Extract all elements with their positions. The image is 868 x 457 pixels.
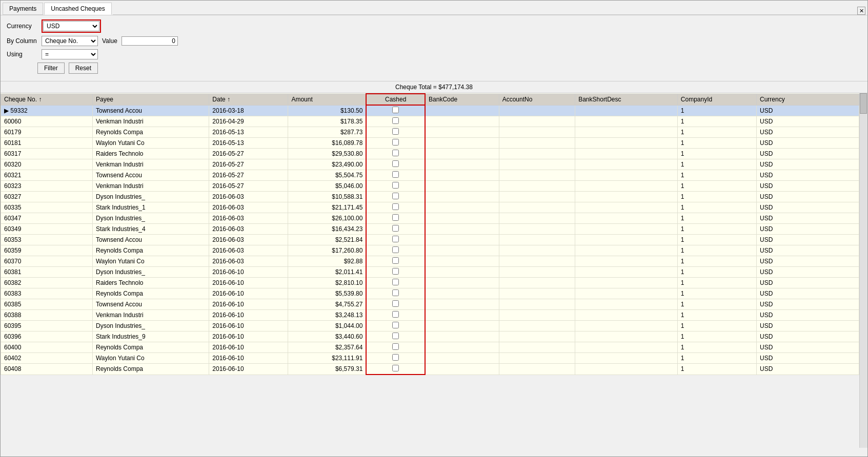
cashed-checkbox[interactable] <box>392 203 399 210</box>
table-row[interactable]: 60402Waylon Yutani Co2016-06-10$23,111.9… <box>1 353 859 364</box>
using-select[interactable]: = < > <= >= <box>42 49 98 59</box>
cashed-checkbox[interactable] <box>392 160 399 167</box>
cashed-cell[interactable] <box>366 159 425 170</box>
cashed-cell[interactable] <box>366 245 425 256</box>
col-payee[interactable]: Payee <box>92 94 209 105</box>
cashed-checkbox[interactable] <box>392 289 399 296</box>
value-input[interactable] <box>122 36 178 46</box>
cashed-checkbox[interactable] <box>392 343 399 350</box>
col-cheque-no[interactable]: Cheque No. ↑ <box>1 94 93 105</box>
cashed-cell[interactable] <box>366 321 425 331</box>
table-row[interactable]: 60347Dyson Industries_2016-06-03$26,100.… <box>1 213 859 224</box>
cashed-checkbox[interactable] <box>392 333 399 339</box>
cashed-checkbox[interactable] <box>392 139 399 146</box>
cashed-checkbox[interactable] <box>392 268 399 275</box>
table-cell: $16,089.78 <box>288 138 366 149</box>
cashed-cell[interactable] <box>366 224 425 235</box>
cashed-cell[interactable] <box>366 278 425 288</box>
col-bankcode[interactable]: BankCode <box>425 94 499 105</box>
cashed-checkbox[interactable] <box>392 354 399 361</box>
table-row[interactable]: 60353Townsend Accou2016-06-03$2,521.841U… <box>1 235 859 245</box>
scrollbar[interactable] <box>859 93 867 448</box>
table-row[interactable]: 60320Venkman Industri2016-05-27$23,490.0… <box>1 159 859 170</box>
cashed-checkbox[interactable] <box>392 279 399 285</box>
table-row[interactable]: 60349Stark Industries_42016-06-03$16,434… <box>1 224 859 235</box>
table-row[interactable]: 60359Reynolds Compa2016-06-03$17,260.801… <box>1 245 859 256</box>
col-cashed[interactable]: Cashed <box>366 94 425 105</box>
cashed-checkbox[interactable] <box>392 193 399 199</box>
col-amount[interactable]: Amount <box>288 94 366 105</box>
cashed-cell[interactable] <box>366 116 425 127</box>
table-row[interactable]: 60382Raiders Technolo2016-06-10$2,810.10… <box>1 278 859 288</box>
col-companyid[interactable]: CompanyId <box>677 94 756 105</box>
cashed-checkbox[interactable] <box>392 257 399 264</box>
table-row[interactable]: 60179Reynolds Compa2016-05-13$287.731USD <box>1 127 859 138</box>
table-row[interactable]: 60317Raiders Technolo2016-05-27$29,530.8… <box>1 149 859 159</box>
cashed-checkbox[interactable] <box>392 311 399 318</box>
table-row[interactable]: 60381Dyson Industries_2016-06-10$2,011.4… <box>1 267 859 278</box>
cashed-cell[interactable] <box>366 235 425 245</box>
filter-button[interactable]: Filter <box>37 63 65 74</box>
cashed-checkbox[interactable] <box>392 107 399 113</box>
table-cell: Raiders Technolo <box>92 149 209 159</box>
cashed-checkbox[interactable] <box>392 128 399 135</box>
cashed-cell[interactable] <box>366 299 425 310</box>
table-row[interactable]: 60370Waylon Yutani Co2016-06-03$92.881US… <box>1 256 859 267</box>
tab-uncashed-cheques[interactable]: Uncashed Cheques <box>44 3 111 15</box>
table-row[interactable]: 60395Dyson Industries_2016-06-10$1,044.0… <box>1 321 859 331</box>
table-row[interactable]: 60335Stark Industries_12016-06-03$21,171… <box>1 202 859 213</box>
cashed-cell[interactable] <box>366 192 425 202</box>
cashed-checkbox[interactable] <box>392 150 399 156</box>
cashed-checkbox[interactable] <box>392 117 399 124</box>
cashed-cell[interactable] <box>366 342 425 353</box>
currency-select[interactable]: USD <box>43 21 99 31</box>
cashed-cell[interactable] <box>366 170 425 181</box>
table-row[interactable]: 60400Reynolds Compa2016-06-10$2,357.641U… <box>1 342 859 353</box>
cashed-checkbox[interactable] <box>392 214 399 221</box>
cashed-cell[interactable] <box>366 364 425 375</box>
table-row[interactable]: 60321Townsend Accou2016-05-27$5,504.751U… <box>1 170 859 181</box>
table-row[interactable]: 60327Dyson Industries_2016-06-03$10,588.… <box>1 192 859 202</box>
cashed-checkbox[interactable] <box>392 300 399 307</box>
cashed-cell[interactable] <box>366 310 425 321</box>
table-row[interactable]: 60060Venkman Industri2016-04-29$178.351U… <box>1 116 859 127</box>
col-currency[interactable]: Currency <box>757 94 859 105</box>
table-row[interactable]: 60396Stark Industries_92016-06-10$3,440.… <box>1 331 859 342</box>
by-column-select[interactable]: Cheque No. Payee Date Amount <box>42 36 98 46</box>
cashed-checkbox[interactable] <box>392 365 399 371</box>
table-row[interactable]: 60385Townsend Accou2016-06-10$4,755.271U… <box>1 299 859 310</box>
table-cell: 1 <box>677 127 756 138</box>
cashed-cell[interactable] <box>366 256 425 267</box>
cashed-checkbox[interactable] <box>392 225 399 232</box>
cashed-checkbox[interactable] <box>392 171 399 178</box>
reset-button[interactable]: Reset <box>69 63 98 74</box>
cashed-cell[interactable] <box>366 181 425 192</box>
cashed-cell[interactable] <box>366 213 425 224</box>
col-date[interactable]: Date ↑ <box>209 94 288 105</box>
table-row[interactable]: 60408Reynolds Compa2016-06-10$6,579.311U… <box>1 364 859 375</box>
cashed-checkbox[interactable] <box>392 182 399 189</box>
cashed-checkbox[interactable] <box>392 322 399 328</box>
table-row[interactable]: 60323Venkman Industri2016-05-27$5,046.00… <box>1 181 859 192</box>
cashed-cell[interactable] <box>366 149 425 159</box>
cashed-cell[interactable] <box>366 138 425 149</box>
table-row[interactable]: 60181Waylon Yutani Co2016-05-13$16,089.7… <box>1 138 859 149</box>
table-row[interactable]: ▶ 59332Townsend Accou2016-03-18$130.501U… <box>1 105 859 116</box>
table-cell <box>499 224 575 235</box>
cashed-cell[interactable] <box>366 127 425 138</box>
currency-label: Currency <box>7 23 37 30</box>
cashed-checkbox[interactable] <box>392 236 399 242</box>
col-bankshortdesc[interactable]: BankShortDesc <box>575 94 678 105</box>
tab-payments[interactable]: Payments <box>3 3 43 15</box>
cashed-cell[interactable] <box>366 267 425 278</box>
cashed-cell[interactable] <box>366 288 425 299</box>
table-row[interactable]: 60388Venkman Industri2016-06-10$3,248.13… <box>1 310 859 321</box>
close-button[interactable]: ✕ <box>857 7 865 15</box>
col-accountno[interactable]: AccountNo <box>499 94 575 105</box>
cashed-cell[interactable] <box>366 353 425 364</box>
table-row[interactable]: 60383Reynolds Compa2016-06-10$5,539.801U… <box>1 288 859 299</box>
cashed-checkbox[interactable] <box>392 246 399 253</box>
cashed-cell[interactable] <box>366 331 425 342</box>
cashed-cell[interactable] <box>366 105 425 116</box>
cashed-cell[interactable] <box>366 202 425 213</box>
